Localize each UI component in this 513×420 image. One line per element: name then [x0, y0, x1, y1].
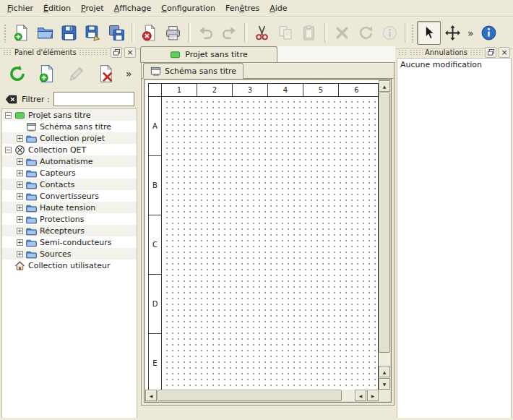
- tree-item-contacts[interactable]: +Contacts: [2, 179, 137, 190]
- diagram-canvas[interactable]: 123456 ABCDE: [145, 80, 379, 390]
- tree-item-recepteurs[interactable]: +Récepteurs: [2, 225, 137, 236]
- close-file-button[interactable]: [137, 21, 161, 45]
- collapse-minus-icon[interactable]: −: [5, 147, 12, 153]
- info-button[interactable]: [378, 21, 402, 45]
- expand-plus-icon[interactable]: +: [17, 158, 23, 165]
- delete-element-icon: [97, 64, 116, 83]
- copy-button[interactable]: [274, 21, 298, 45]
- tree-item-collection-projet[interactable]: +Collection projet: [2, 132, 137, 144]
- undo-button[interactable]: [194, 21, 217, 45]
- expand-plus-icon[interactable]: +: [17, 135, 23, 142]
- tab-diagram[interactable]: Schéma sans titre: [143, 63, 243, 79]
- scroll-right-button[interactable]: ▶: [367, 390, 379, 401]
- menu-configuration[interactable]: Configuration: [156, 1, 220, 15]
- tree-item-collection-qet[interactable]: −Collection QET: [2, 144, 137, 155]
- dock-drag-handle[interactable]: [470, 49, 483, 56]
- open-project-button[interactable]: [33, 21, 57, 45]
- undo-history-list[interactable]: Aucune modification: [397, 58, 512, 418]
- collapse-minus-icon[interactable]: −: [5, 112, 12, 119]
- tab-project-label: Projet sans titre: [185, 50, 248, 59]
- dock-float-button[interactable]: [111, 47, 122, 58]
- undo-panel-titlebar[interactable]: Annulations ×: [397, 46, 512, 58]
- scroll-left-button[interactable]: ◀: [145, 390, 157, 401]
- save-floppy-icon: [61, 25, 77, 41]
- menu-projet[interactable]: Projet: [76, 1, 109, 15]
- expand-plus-icon[interactable]: +: [17, 228, 23, 234]
- dock-float-button[interactable]: [485, 47, 496, 58]
- menu-fenetres[interactable]: Fenêtres: [220, 1, 264, 15]
- vertical-scroll-thumb[interactable]: [379, 93, 390, 353]
- expand-plus-icon[interactable]: +: [17, 181, 23, 188]
- rotate-button[interactable]: [354, 21, 378, 45]
- column-header: 2: [197, 84, 233, 96]
- redo-button[interactable]: [217, 21, 241, 45]
- expand-plus-icon[interactable]: +: [17, 205, 23, 211]
- save-button[interactable]: [57, 21, 81, 45]
- tab-diagram-label: Schéma sans titre: [165, 67, 236, 76]
- tree-item-label: Automatisme: [40, 157, 96, 166]
- tree-item-haute-tension[interactable]: +Haute tension: [2, 202, 137, 213]
- expand-plus-icon[interactable]: +: [17, 251, 23, 257]
- menu-edition[interactable]: Édition: [38, 1, 76, 15]
- row-header: C: [149, 215, 161, 275]
- tree-item-sources[interactable]: +Sources: [2, 248, 137, 260]
- edit-element-button[interactable]: [64, 61, 89, 86]
- dock-drag-handle[interactable]: [398, 49, 408, 56]
- expand-plus-icon[interactable]: +: [17, 216, 23, 223]
- tree-item-convertisseurs[interactable]: +Convertisseurs: [2, 190, 137, 202]
- grid-dots-area[interactable]: [162, 97, 378, 390]
- save-as-button[interactable]: [81, 21, 105, 45]
- horizontal-scrollbar[interactable]: ◀ ◀ ▶: [145, 390, 379, 401]
- toolbar-drag-handle[interactable]: [411, 24, 415, 43]
- elements-panel-titlebar[interactable]: Panel d'éléments ×: [1, 46, 137, 58]
- menu-fichier[interactable]: Fichier: [2, 1, 38, 15]
- reload-collections-button[interactable]: [5, 61, 30, 86]
- clear-filter-button[interactable]: [4, 93, 18, 106]
- tree-item-automatisme[interactable]: +Automatisme: [2, 155, 137, 167]
- tab-project[interactable]: Projet sans titre: [140, 46, 277, 63]
- expand-plus-icon[interactable]: +: [17, 239, 23, 246]
- expand-plus-icon[interactable]: +: [17, 170, 23, 176]
- save-all-icon: [108, 25, 125, 41]
- toolbar-drag-handle[interactable]: [4, 24, 7, 43]
- row-header: E: [149, 334, 161, 390]
- row-header: A: [149, 97, 161, 156]
- horizontal-scroll-thumb[interactable]: [158, 390, 342, 401]
- panel-overflow-button[interactable]: »: [124, 68, 134, 80]
- cut-button[interactable]: [250, 21, 274, 45]
- dock-close-button[interactable]: ×: [499, 47, 510, 58]
- toolbar-overflow-button[interactable]: »: [465, 27, 477, 39]
- scroll-up-button[interactable]: ▲: [379, 366, 390, 377]
- new-element-button[interactable]: [35, 61, 59, 86]
- tree-item-protections[interactable]: +Protections: [2, 213, 137, 225]
- dock-close-button[interactable]: ×: [124, 47, 136, 58]
- float-icon: [113, 49, 120, 56]
- scroll-down-button[interactable]: ▼: [379, 378, 390, 390]
- scroll-left-button[interactable]: ◀: [355, 390, 366, 401]
- tree-item-capteurs[interactable]: +Capteurs: [2, 167, 137, 179]
- expand-plus-icon[interactable]: +: [17, 193, 23, 200]
- filter-input[interactable]: [53, 92, 134, 106]
- menu-affichage[interactable]: Affichage: [109, 1, 157, 15]
- open-folder-icon: [37, 25, 53, 41]
- schema-icon: [26, 121, 37, 132]
- tree-item-semi-conducteurs[interactable]: +Semi-conducteurs: [2, 236, 137, 248]
- select-mode-button[interactable]: [417, 21, 441, 45]
- save-all-button[interactable]: [105, 21, 129, 45]
- tree-item-projet-sans-titre[interactable]: −Projet sans titre: [2, 109, 137, 121]
- new-project-button[interactable]: [9, 21, 33, 45]
- dock-drag-handle[interactable]: [410, 49, 423, 56]
- delete-element-button[interactable]: [94, 61, 118, 86]
- tree-item-schema-sans-titre[interactable]: Schéma sans titre: [2, 121, 137, 132]
- delete-button[interactable]: [330, 21, 354, 45]
- about-button[interactable]: [477, 21, 501, 45]
- menu-aide[interactable]: Aide: [264, 1, 292, 15]
- pan-mode-button[interactable]: [441, 21, 465, 45]
- dock-drag-handle[interactable]: [79, 49, 108, 56]
- vertical-scrollbar[interactable]: ▲ ▲ ▼: [379, 80, 390, 390]
- paste-button[interactable]: [298, 21, 322, 45]
- dock-drag-handle[interactable]: [3, 49, 12, 56]
- tree-item-collection-utilisateur[interactable]: Collection utilisateur: [2, 260, 137, 271]
- scroll-up-button[interactable]: ▲: [379, 80, 390, 92]
- print-button[interactable]: [161, 21, 185, 45]
